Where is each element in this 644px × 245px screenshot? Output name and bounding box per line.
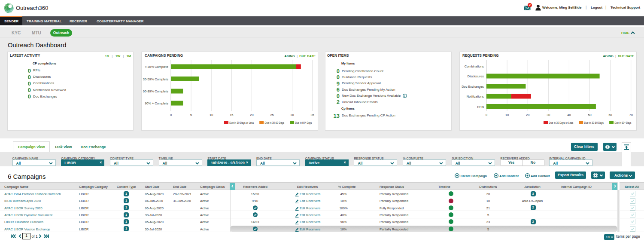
svg-text:Due in 60+ Days: Due in 60+ Days bbox=[614, 121, 631, 125]
svg-text:Due in 30-60 Days: Due in 30-60 Days bbox=[584, 121, 604, 125]
svg-text:Due in 30 Days or Less: Due in 30 Days or Less bbox=[229, 121, 254, 125]
svg-text:Due in 30 Days or Less: Due in 30 Days or Less bbox=[549, 121, 573, 125]
svg-text:Due in 60+ Days: Due in 60+ Days bbox=[295, 121, 312, 125]
svg-text:Due in 30-60 Days: Due in 30-60 Days bbox=[265, 121, 285, 125]
